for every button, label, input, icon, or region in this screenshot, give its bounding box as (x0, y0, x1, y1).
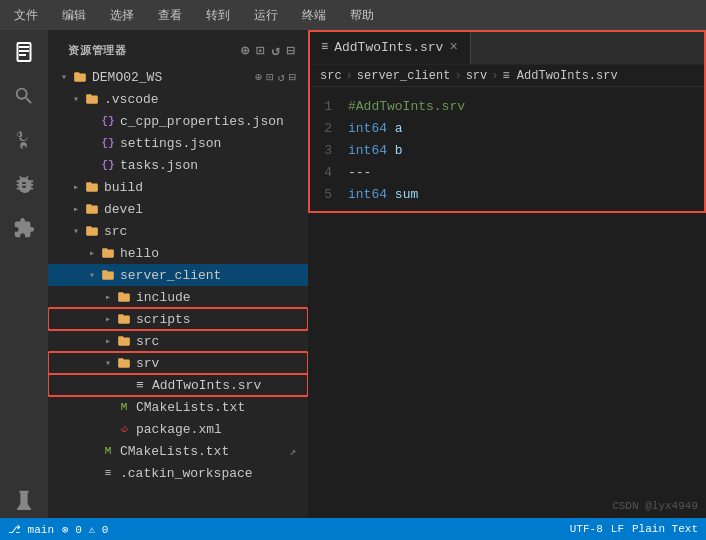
vscode-arrow: ▾ (68, 91, 84, 107)
tab-addtwoints[interactable]: ≡ AddTwoInts.srv × (308, 30, 471, 64)
tree-item-settings[interactable]: ▸ {} settings.json (48, 132, 308, 154)
refresh-icon[interactable]: ↺ (272, 42, 281, 59)
catkin-label: .catkin_workspace (120, 466, 253, 481)
folder-icon (84, 179, 100, 195)
tree-item-src2[interactable]: ▸ src (48, 330, 308, 352)
code-content-4: --- (348, 165, 371, 180)
tree-item-cmake2[interactable]: ▸ M CMakeLists.txt (48, 396, 308, 418)
cmake1-label: CMakeLists.txt (120, 444, 229, 459)
encoding[interactable]: UTF-8 (570, 523, 603, 535)
server-client-arrow: ▾ (84, 267, 100, 283)
server-client-label: server_client (120, 268, 221, 283)
tree-item-cpp-props[interactable]: ▸ {} c_cpp_properties.json (48, 110, 308, 132)
language-mode[interactable]: Plain Text (632, 523, 698, 535)
tab-label: AddTwoInts.srv (334, 40, 443, 55)
folder-icon (116, 289, 132, 305)
menu-edit[interactable]: 编辑 (56, 5, 92, 26)
tree-item-devel[interactable]: ▸ devel (48, 198, 308, 220)
tree-item-addtwoints[interactable]: ▸ ≡ AddTwoInts.srv (48, 374, 308, 396)
menubar: 文件 编辑 选择 查看 转到 运行 终端 帮助 (0, 0, 706, 30)
folder-icon (116, 333, 132, 349)
build-arrow: ▸ (68, 179, 84, 195)
menu-file[interactable]: 文件 (8, 5, 44, 26)
tree-item-package[interactable]: ▸ ꩜ package.xml (48, 418, 308, 440)
extensions-activity-icon[interactable] (6, 210, 42, 246)
line-number-3: 3 (308, 143, 348, 158)
tree-item-server-client[interactable]: ▾ server_client (48, 264, 308, 286)
code-line-4: 4 --- (308, 161, 706, 183)
folder-icon (100, 267, 116, 283)
menu-help[interactable]: 帮助 (344, 5, 380, 26)
file-tree: ▾ DEMO02_WS ⊕ ⊡ ↺ ⊟ ▾ .vscode (48, 66, 308, 518)
tree-item-srv[interactable]: ▾ srv (48, 352, 308, 374)
search-activity-icon[interactable] (6, 78, 42, 114)
menu-terminal[interactable]: 终端 (296, 5, 332, 26)
tree-item-build[interactable]: ▸ build (48, 176, 308, 198)
new-file-icon[interactable]: ⊕ (241, 42, 250, 59)
addtwoints-label: AddTwoInts.srv (152, 378, 261, 393)
src-label: src (104, 224, 127, 239)
line-number-1: 1 (308, 99, 348, 114)
code-line-5: 5 int64 sum (308, 183, 706, 205)
editor-area: ≡ AddTwoInts.srv × src › server_client ›… (308, 30, 706, 518)
srv-arrow: ▾ (100, 355, 116, 371)
refresh-btn[interactable]: ↺ (278, 70, 285, 85)
devel-arrow: ▸ (68, 201, 84, 217)
tree-root[interactable]: ▾ DEMO02_WS ⊕ ⊡ ↺ ⊟ (48, 66, 308, 88)
sidebar-header-icons: ⊕ ⊡ ↺ ⊟ (241, 42, 296, 59)
errors-warnings[interactable]: ⊗ 0 ⚠ 0 (62, 523, 108, 536)
hello-label: hello (120, 246, 159, 261)
breadcrumb-server-client[interactable]: server_client (357, 69, 451, 83)
tree-item-hello[interactable]: ▸ hello (48, 242, 308, 264)
scripts-arrow: ▸ (100, 311, 116, 327)
tree-item-catkin[interactable]: ▸ ≡ .catkin_workspace (48, 462, 308, 484)
cmake-icon: M (116, 399, 132, 415)
tree-item-src[interactable]: ▾ src (48, 220, 308, 242)
menu-goto[interactable]: 转到 (200, 5, 236, 26)
debug-activity-icon[interactable] (6, 166, 42, 202)
collapse-icon[interactable]: ⊟ (287, 42, 296, 59)
code-line-3: 3 int64 b (308, 139, 706, 161)
folder-icon (72, 69, 88, 85)
hello-arrow: ▸ (84, 245, 100, 261)
menu-run[interactable]: 运行 (248, 5, 284, 26)
json-icon: {} (100, 157, 116, 173)
catkin-icon: ≡ (100, 465, 116, 481)
line-ending[interactable]: LF (611, 523, 624, 535)
code-editor: 1 #AddTwoInts.srv 2 int64 a 3 int64 b (308, 87, 706, 213)
tab-bar: ≡ AddTwoInts.srv × (308, 30, 706, 65)
tree-item-tasks[interactable]: ▸ {} tasks.json (48, 154, 308, 176)
tab-srv-icon: ≡ (321, 40, 328, 54)
new-folder-icon[interactable]: ⊡ (256, 42, 265, 59)
editor-container: ≡ AddTwoInts.srv × src › server_client ›… (308, 30, 706, 213)
tree-item-vscode[interactable]: ▾ .vscode (48, 88, 308, 110)
new-folder-btn[interactable]: ⊡ (266, 70, 273, 85)
breadcrumb: src › server_client › srv › ≡ AddTwoInts… (308, 65, 706, 87)
sidebar-header: 资源管理器 ⊕ ⊡ ↺ ⊟ (48, 30, 308, 66)
menu-select[interactable]: 选择 (104, 5, 140, 26)
git-branch[interactable]: ⎇ main (8, 523, 54, 536)
tab-close-button[interactable]: × (449, 40, 457, 54)
line-number-4: 4 (308, 165, 348, 180)
tree-item-cmake1[interactable]: ▸ M CMakeLists.txt ↗ (48, 440, 308, 462)
src2-label: src (136, 334, 159, 349)
source-control-activity-icon[interactable] (6, 122, 42, 158)
breadcrumb-file: ≡ AddTwoInts.srv (502, 69, 617, 83)
tree-item-scripts[interactable]: ▸ scripts (48, 308, 308, 330)
line-number-5: 5 (308, 187, 348, 202)
folder-icon (84, 201, 100, 217)
json-icon: {} (100, 113, 116, 129)
new-file-btn[interactable]: ⊕ (255, 70, 262, 85)
expand-icon: ↗ (289, 445, 300, 458)
vscode-label: .vscode (104, 92, 159, 107)
src-arrow: ▾ (68, 223, 84, 239)
collapse-btn[interactable]: ⊟ (289, 70, 296, 85)
explorer-activity-icon[interactable] (6, 34, 42, 70)
tree-item-include[interactable]: ▸ include (48, 286, 308, 308)
menu-view[interactable]: 查看 (152, 5, 188, 26)
breadcrumb-srv[interactable]: srv (466, 69, 488, 83)
breadcrumb-src[interactable]: src (320, 69, 342, 83)
code-content-1: #AddTwoInts.srv (348, 99, 465, 114)
include-arrow: ▸ (100, 289, 116, 305)
flask-activity-icon[interactable] (6, 482, 42, 518)
